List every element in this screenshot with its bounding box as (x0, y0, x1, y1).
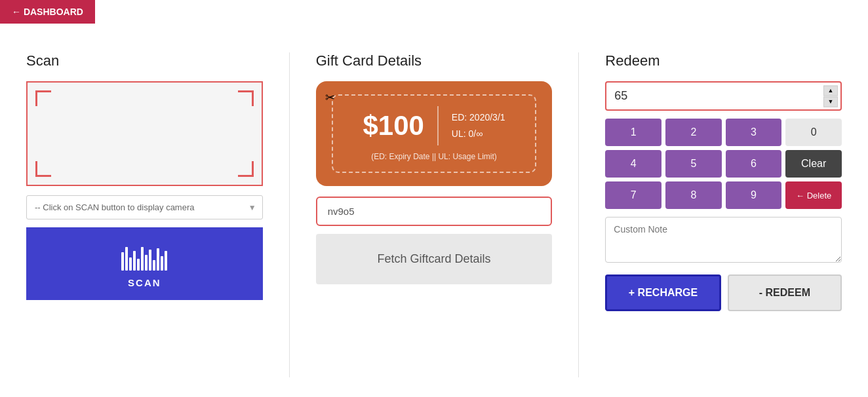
scan-corner-tl (35, 90, 51, 106)
barcode-icon (121, 247, 167, 271)
numpad-btn-8[interactable]: 8 (665, 181, 722, 209)
numpad-btn-9[interactable]: 9 (726, 181, 782, 209)
redeem-spinners: ▲ ▼ (823, 85, 838, 107)
numpad-btn-1[interactable]: 1 (605, 119, 661, 146)
numpad-btn-5[interactable]: 5 (665, 150, 722, 178)
scan-corner-br (238, 161, 254, 177)
gift-footer: (ED: Expiry Date || UL: Usage Limit) (371, 152, 497, 161)
recharge-button[interactable]: + RECHARGE (605, 274, 720, 311)
numpad-btn-4[interactable]: 4 (605, 150, 661, 178)
action-buttons: + RECHARGE - REDEEM (605, 274, 842, 311)
gift-card: ✂ $100 ED: 2020/3/1 UL: 0/∞ (ED: Expiry … (316, 81, 553, 186)
gift-card-main: $100 ED: 2020/3/1 UL: 0/∞ (363, 106, 505, 145)
gift-amount: $100 (363, 110, 424, 142)
gift-card-panel: Gift Card Details ✂ $100 ED: 2020/3/1 UL… (290, 52, 580, 377)
redeem-panel: Redeem ▲ ▼ 1230456Clear789← Delete + REC… (579, 52, 868, 377)
fetch-button[interactable]: Fetch Giftcard Details (316, 234, 553, 284)
numpad: 1230456Clear789← Delete (605, 119, 842, 209)
gift-card-inner: $100 ED: 2020/3/1 UL: 0/∞ (ED: Expiry Da… (332, 94, 537, 173)
camera-select[interactable]: -- Click on SCAN button to display camer… (26, 195, 263, 219)
dashboard-button[interactable]: ← DASHBOARD (0, 0, 95, 24)
scan-label: SCAN (128, 277, 161, 288)
gift-card-title: Gift Card Details (316, 52, 553, 69)
spinner-down[interactable]: ▼ (823, 96, 838, 107)
redeem-amount-input[interactable] (605, 81, 842, 111)
camera-select-wrapper: -- Click on SCAN button to display camer… (26, 195, 263, 219)
numpad-btn-7[interactable]: 7 (605, 181, 661, 209)
expiry-label: ED: 2020/3/1 (452, 109, 505, 126)
gift-code-input[interactable] (316, 197, 553, 226)
numpad-btn-0[interactable]: 0 (785, 119, 842, 146)
gift-divider (437, 106, 439, 145)
redeem-title: Redeem (605, 52, 842, 69)
spinner-up[interactable]: ▲ (823, 85, 838, 96)
numpad-btn-2[interactable]: 2 (665, 119, 722, 146)
scissors-icon: ✂ (325, 90, 335, 105)
numpad-btn-6[interactable]: 6 (726, 150, 782, 178)
numpad-btn-clear[interactable]: Clear (785, 150, 842, 178)
scan-viewport (26, 81, 263, 186)
scan-corner-bl (35, 161, 51, 177)
scan-button[interactable]: SCAN (26, 227, 263, 300)
redeem-amount-wrapper: ▲ ▼ (605, 81, 842, 111)
numpad-btn-3[interactable]: 3 (726, 119, 782, 146)
custom-note-textarea[interactable] (605, 217, 842, 263)
gift-meta: ED: 2020/3/1 UL: 0/∞ (452, 109, 505, 142)
scan-panel: Scan -- Click on SCAN button to display … (0, 52, 290, 377)
numpad-btn-delete[interactable]: ← Delete (785, 181, 842, 209)
scan-corner-tr (238, 90, 254, 106)
redeem-button[interactable]: - REDEEM (728, 274, 842, 311)
scan-title: Scan (26, 52, 263, 69)
usage-label: UL: 0/∞ (452, 126, 505, 142)
